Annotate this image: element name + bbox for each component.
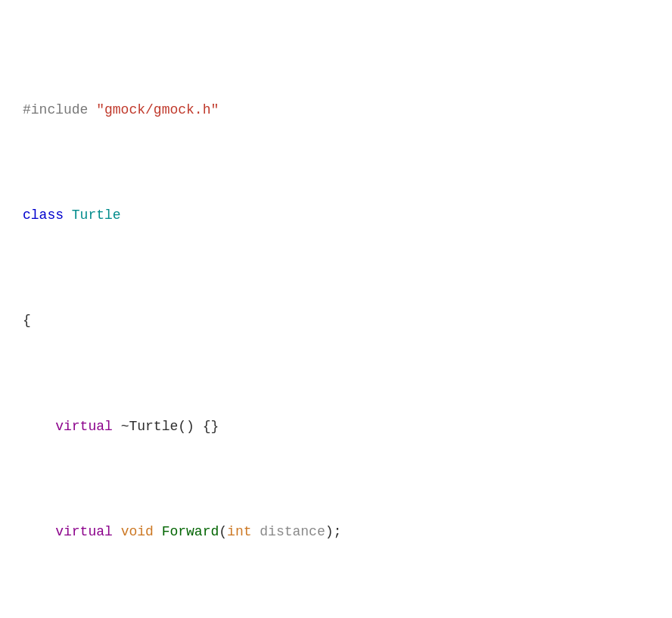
code-line-1: #include "gmock/gmock.h"	[15, 100, 672, 121]
code-line-2: class Turtle	[15, 205, 672, 226]
code-line-5: virtual void Forward(int distance);	[15, 522, 672, 543]
code-line-4: virtual ~Turtle() {}	[15, 417, 672, 438]
code-container: #include "gmock/gmock.h" class Turtle { …	[15, 15, 672, 618]
code-line-3: {	[15, 311, 672, 332]
